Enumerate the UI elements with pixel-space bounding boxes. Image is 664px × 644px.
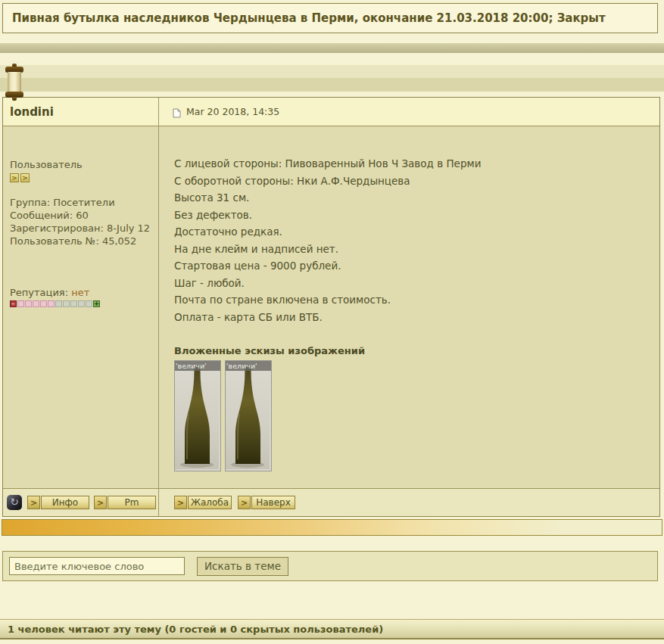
attachments-row: 'величи' 'величи' (174, 360, 652, 471)
footer-right-cell: > Жалоба > Наверх (159, 489, 659, 516)
post-body-row: Пользователь > > Группа: ПосетителиСообщ… (3, 126, 659, 488)
search-in-topic-button[interactable]: Искать в теме (197, 557, 288, 576)
forum-topic-page: Пивная бутылка наследников Чердынцева в … (0, 0, 664, 644)
user-detail-line: Группа: Посетители (10, 196, 158, 209)
decor-band-mid-dark (0, 78, 664, 92)
pm-button[interactable]: > Pm (94, 496, 156, 509)
rank-pip-icon: > (20, 173, 30, 182)
post-text: С лицевой стороны: Пивоваренный Нов Ч За… (174, 155, 652, 325)
keyword-search-input[interactable] (9, 557, 185, 575)
user-group-title: Пользователь (10, 159, 158, 170)
thumbnail-enlarge-caption: 'величи' (226, 361, 271, 371)
topic-options-gradient-bar (2, 519, 662, 536)
post-date: Mar 20 2018, 14:35 (186, 106, 279, 117)
post-author-link[interactable]: londini (10, 105, 54, 119)
thumbnail-enlarge-caption: 'величи' (175, 361, 220, 371)
footer-left-cell: ↻ > Инфо > Pm (3, 489, 159, 516)
button-arrow-icon: > (238, 496, 251, 509)
user-detail-line: Пользователь №: 45,052 (10, 235, 158, 247)
post-text-line: С лицевой стороны: Пивоваренный Нов Ч За… (174, 155, 652, 173)
user-offline-icon: ↻ (7, 495, 22, 510)
go-top-button[interactable]: > Наверх (238, 496, 295, 509)
closed-topic-scroll-icon (5, 64, 24, 101)
post-footer-row: ↻ > Инфо > Pm > Жалоба > Наверх (3, 488, 659, 516)
reputation-minus-square[interactable]: - (10, 300, 17, 307)
info-button-label: Инфо (41, 496, 89, 509)
post-text-line: С оборотной стороны: Нки А.Ф.Чердынцева (174, 173, 652, 190)
post-text-line: Шаг - любой. (174, 275, 652, 292)
post-anchor-icon[interactable] (173, 107, 181, 117)
rank-pip-icon: > (10, 173, 19, 182)
report-button[interactable]: > Жалоба (174, 496, 232, 509)
author-header-cell: londini (3, 98, 159, 126)
user-rank-pips: > > (10, 173, 158, 182)
reputation-line: Репутация: нет (10, 287, 158, 298)
reputation-bar: -+ (10, 300, 158, 307)
decor-band-top (0, 43, 664, 53)
reputation-gray-square (86, 300, 92, 307)
post-text-line: На дне клейм и надписей нет. (174, 241, 652, 258)
reputation-pink-square (33, 300, 39, 307)
attachments-title: Вложенные эскизы изображений (174, 345, 652, 356)
user-info-panel: Пользователь > > Группа: ПосетителиСообщ… (3, 126, 159, 488)
post-text-line: Почта по стране включена в стоимость. (174, 291, 652, 309)
attachment-thumbnail[interactable]: 'величи' (225, 360, 272, 471)
post-text-line: Достаточно редкая. (174, 223, 652, 241)
reputation-gray-square (78, 300, 85, 307)
reputation-pink-square (17, 300, 24, 307)
post-text-line: Стартовая цена - 9000 рублей. (174, 257, 652, 275)
user-details: Группа: ПосетителиСообщений: 60Зарегистр… (10, 196, 158, 247)
reputation-pink-square (48, 300, 55, 307)
date-header-cell: Mar 20 2018, 14:35 (159, 98, 659, 126)
pm-button-label: Pm (108, 496, 156, 509)
post-text-line: Оплата - карта СБ или ВТБ. (174, 309, 652, 326)
reputation-gray-square (70, 300, 77, 307)
topic-title-bar: Пивная бутылка наследников Чердынцева в … (2, 3, 658, 33)
reputation-pink-square (25, 300, 32, 307)
post-text-line: Без дефектов. (174, 207, 652, 224)
decor-band-mid-light (0, 65, 664, 78)
readers-status-bar: 1 человек читают эту тему (0 гостей и 0 … (0, 619, 664, 639)
report-button-label: Жалоба (188, 496, 232, 509)
post-header-row: londini Mar 20 2018, 14:35 (3, 98, 659, 126)
topic-title: Пивная бутылка наследников Чердынцева в … (12, 11, 606, 25)
reputation-label: Репутация: (10, 287, 68, 298)
button-arrow-icon: > (174, 496, 187, 509)
info-button[interactable]: > Инфо (27, 496, 89, 509)
reputation-gray-square (55, 300, 62, 307)
topic-search-panel: Искать в теме (2, 551, 658, 581)
go-top-button-label: Наверх (251, 496, 295, 509)
user-detail-line: Зарегистрирован: 8-July 12 (10, 222, 158, 235)
button-arrow-icon: > (27, 496, 40, 509)
button-arrow-icon: > (94, 496, 107, 509)
attachment-thumbnail[interactable]: 'величи' (174, 360, 221, 471)
reputation-gray-square (63, 300, 70, 307)
readers-status-text: 1 человек читают эту тему (0 гостей и 0 … (8, 624, 383, 635)
post-table: londini Mar 20 2018, 14:35 Пользователь … (2, 97, 660, 517)
post-content: С лицевой стороны: Пивоваренный Нов Ч За… (159, 126, 659, 488)
reputation-pink-square (40, 300, 47, 307)
user-detail-line: Сообщений: 60 (10, 209, 158, 222)
reputation-value: нет (71, 287, 89, 298)
reputation-plus-square[interactable]: + (93, 300, 100, 307)
post-text-line: Высота 31 см. (174, 189, 652, 207)
